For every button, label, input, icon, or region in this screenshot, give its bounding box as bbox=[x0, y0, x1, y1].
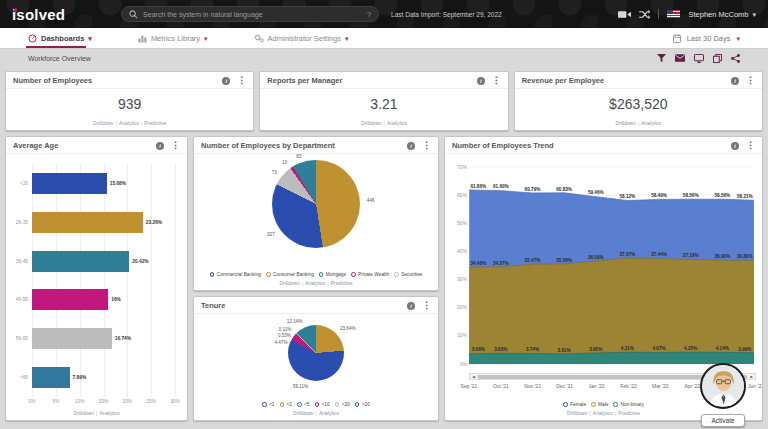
share-icon[interactable] bbox=[731, 54, 740, 63]
slice-label: 0.11% bbox=[279, 326, 292, 331]
nav-label: Administrator Settings bbox=[268, 34, 341, 43]
search-bar[interactable]: Search the system in natural language ? bbox=[121, 6, 379, 22]
bar-1[interactable] bbox=[32, 212, 143, 233]
date-range-filter[interactable]: Last 30 Days ▾ bbox=[673, 34, 740, 43]
analytics-link[interactable]: Analytics bbox=[319, 410, 339, 416]
bar-4[interactable] bbox=[32, 328, 112, 349]
kebab-menu-icon[interactable]: ⋮ bbox=[422, 141, 431, 150]
category-label: 26-35 bbox=[6, 220, 28, 225]
legend-item-male[interactable]: Male bbox=[591, 402, 608, 407]
nav-item-dashboards[interactable]: Dashboards ▾ bbox=[28, 28, 92, 48]
drilldown-link[interactable]: Drilldown bbox=[279, 280, 300, 286]
point-label: 37.19% bbox=[683, 253, 699, 258]
drilldown-link[interactable]: Drilldown bbox=[93, 120, 114, 126]
x-tick-label: 5% bbox=[52, 399, 59, 404]
video-icon[interactable] bbox=[618, 10, 631, 19]
last-import-label: Last Data Import: September 29, 2022 bbox=[391, 11, 502, 18]
bar-2[interactable] bbox=[32, 251, 129, 272]
info-icon[interactable]: i bbox=[731, 142, 739, 150]
legend-item-securities[interactable]: Securities bbox=[394, 272, 422, 277]
slice-label: 23.64% bbox=[340, 325, 356, 330]
legend-item-commercial-banking[interactable]: Commercial Banking bbox=[210, 272, 261, 277]
legend-item-consumer-banking[interactable]: Consumer Banking bbox=[266, 272, 314, 277]
legend-item--20[interactable]: <20 bbox=[335, 402, 350, 407]
legend-item--5[interactable]: <5 bbox=[297, 402, 309, 407]
info-icon[interactable]: i bbox=[407, 302, 415, 310]
kpi-card-number-of-employees: Number of Employees i ⋮ 939 Drilldown|An… bbox=[5, 71, 254, 131]
user-menu[interactable]: Stephen McComb ▾ bbox=[688, 10, 756, 19]
legend-item--10[interactable]: <10 bbox=[315, 402, 330, 407]
analytics-link[interactable]: Analytics bbox=[119, 120, 139, 126]
analytics-link[interactable]: Analytics bbox=[99, 410, 119, 416]
us-flag-icon[interactable] bbox=[667, 10, 680, 18]
analytics-link[interactable]: Analytics bbox=[387, 120, 407, 126]
nav-label: Dashboards bbox=[41, 34, 84, 43]
mail-icon[interactable] bbox=[675, 54, 685, 62]
info-icon[interactable]: i bbox=[222, 77, 230, 85]
legend-label: Consumer Banking bbox=[273, 272, 314, 277]
info-icon[interactable]: i bbox=[731, 77, 739, 85]
drilldown-link[interactable]: Drilldown bbox=[293, 410, 314, 416]
point-label: 3.68% bbox=[472, 347, 485, 352]
value-label: 7.89% bbox=[73, 375, 87, 380]
search-input[interactable]: Search the system in natural language bbox=[143, 11, 362, 18]
kebab-menu-icon[interactable]: ⋮ bbox=[746, 141, 755, 150]
x-tick-label: Mar '22 bbox=[652, 383, 669, 389]
monitor-icon[interactable] bbox=[694, 54, 704, 63]
legend-item--2[interactable]: <2 bbox=[280, 402, 292, 407]
drilldown-link[interactable]: Drilldown bbox=[567, 410, 588, 416]
bar-0[interactable] bbox=[32, 173, 107, 194]
slice-label: 12.14% bbox=[287, 319, 303, 324]
filter-icon[interactable] bbox=[657, 54, 666, 63]
copy-icon[interactable] bbox=[713, 54, 722, 63]
info-icon[interactable]: i bbox=[156, 142, 164, 150]
legend-item-private-wealth[interactable]: Private Wealth bbox=[351, 272, 389, 277]
activate-button[interactable]: Activate bbox=[701, 414, 744, 427]
shuffle-icon[interactable] bbox=[639, 10, 650, 19]
gridline bbox=[32, 164, 33, 397]
employees-by-department-card: Number of Employees by Department i ⋮ 44… bbox=[193, 136, 439, 291]
value-label: 16.74% bbox=[115, 336, 131, 341]
drilldown-link[interactable]: Drilldown bbox=[74, 410, 95, 416]
pie-employees-by-department[interactable] bbox=[272, 160, 360, 248]
logo[interactable]: isolved bbox=[12, 7, 65, 22]
analytics-link[interactable]: Analytics bbox=[593, 410, 613, 416]
card-links: Drilldown|Analytics bbox=[6, 408, 187, 420]
analytics-link[interactable]: Analytics bbox=[305, 280, 325, 286]
predictive-link[interactable]: Predictive bbox=[618, 410, 640, 416]
search-help-icon[interactable]: ? bbox=[367, 10, 371, 19]
legend-item-mortgage[interactable]: Mortgage bbox=[319, 272, 346, 277]
legend-item-female[interactable]: Female bbox=[563, 402, 586, 407]
topbar: isolved Search the system in natural lan… bbox=[0, 0, 768, 28]
nav-item-administrator-settings[interactable]: Administrator Settings ▾ bbox=[254, 28, 349, 48]
predictive-link[interactable]: Predictive bbox=[331, 280, 353, 286]
card-links: Drilldown|Analytics bbox=[260, 118, 507, 130]
legend-item--1[interactable]: <1 bbox=[262, 402, 274, 407]
point-label: 58.49% bbox=[651, 193, 667, 198]
kpi-card-reports-per-manager: Reports per Manager i ⋮ 3.21 Drilldown|A… bbox=[259, 71, 508, 131]
drilldown-link[interactable]: Drilldown bbox=[361, 120, 382, 126]
bar-3[interactable] bbox=[32, 289, 108, 310]
nav-label: Metrics Library bbox=[151, 34, 200, 43]
kebab-menu-icon[interactable]: ⋮ bbox=[746, 76, 755, 85]
info-icon[interactable]: i bbox=[407, 142, 415, 150]
assistant-avatar[interactable] bbox=[700, 363, 746, 409]
area-series-male[interactable] bbox=[469, 258, 754, 364]
kebab-menu-icon[interactable]: ⋮ bbox=[171, 141, 180, 150]
kebab-menu-icon[interactable]: ⋮ bbox=[237, 76, 246, 85]
legend-item--20[interactable]: >20 bbox=[355, 402, 370, 407]
kebab-menu-icon[interactable]: ⋮ bbox=[422, 301, 431, 310]
point-label: 58.56% bbox=[683, 193, 699, 198]
kebab-menu-icon[interactable]: ⋮ bbox=[492, 76, 501, 85]
analytics-link[interactable]: Analytics bbox=[641, 120, 661, 126]
pie-tenure[interactable] bbox=[288, 325, 344, 381]
predictive-link[interactable]: Predictive bbox=[144, 120, 166, 126]
legend-item-non-binary[interactable]: Non-binary bbox=[613, 402, 643, 407]
drilldown-link[interactable]: Drilldown bbox=[615, 120, 636, 126]
nav-item-metrics-library[interactable]: Metrics Library ▾ bbox=[138, 28, 208, 48]
bar-5[interactable] bbox=[32, 367, 70, 388]
info-icon[interactable]: i bbox=[477, 77, 485, 85]
slice-label: 4.47% bbox=[274, 339, 287, 344]
legend-swatch-icon bbox=[355, 402, 360, 407]
scroll-left-icon[interactable]: ◀ bbox=[470, 375, 477, 379]
